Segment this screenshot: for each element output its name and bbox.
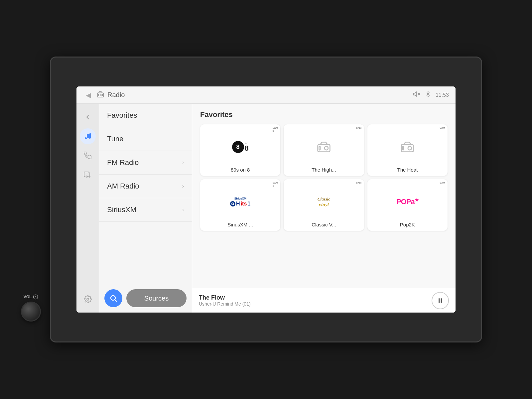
svg-point-11 — [111, 296, 115, 300]
svg-point-10 — [87, 298, 89, 300]
svg-point-1 — [101, 94, 103, 96]
svg-rect-21 — [439, 298, 440, 303]
fav-label-sirius: SiriusXM ... — [203, 222, 277, 227]
fav-badge-classic: SXM — [356, 181, 361, 184]
svg-point-6 — [85, 137, 87, 139]
menu-bottom: Sources — [99, 284, 192, 313]
menu-panel: Favorites Tune FM Radio › AM Radio › Sir… — [99, 104, 192, 313]
menu-item-tune[interactable]: Tune — [99, 127, 192, 151]
fm-radio-arrow: › — [182, 160, 184, 166]
mute-icon — [413, 90, 420, 99]
volume-knob[interactable] — [21, 302, 41, 322]
fav-card-80s[interactable]: SXM8 8 on 8 80s on 8 — [200, 124, 280, 176]
bluetooth-icon — [425, 90, 431, 99]
fav-badge-sirius: SXM1 — [272, 181, 278, 187]
fav-card-pop2k[interactable]: SXM POPa★ Pop2K — [367, 179, 448, 231]
now-playing-bar: The Flow Usher·U Remind Me (01) — [192, 288, 456, 313]
fav-logo-heat — [371, 127, 444, 167]
fav-label-classic: Classic V... — [287, 222, 360, 227]
car-frame: ◀ Radio — [50, 57, 482, 342]
back-button[interactable]: ◀ — [83, 88, 93, 102]
fav-card-classic[interactable]: SXM Classic vinyl Classic V... — [284, 179, 364, 231]
favorites-title: Favorites — [200, 110, 448, 119]
icon-sidebar — [76, 104, 99, 313]
nav-settings[interactable] — [80, 291, 96, 307]
now-playing-info: The Flow Usher·U Remind Me (01) — [199, 294, 426, 307]
fav-logo-80s: 8 on 8 — [203, 127, 277, 167]
fav-label-80s: 80s on 8 — [203, 167, 277, 173]
nav-phone[interactable] — [80, 148, 96, 164]
favorites-grid: SXM8 8 on 8 80s on 8 — [200, 124, 448, 231]
fav-logo-classic: Classic vinyl — [287, 182, 360, 222]
am-radio-arrow: › — [182, 183, 184, 189]
fav-card-high[interactable]: SXM The High... — [284, 124, 364, 176]
fav-label-heat: The Heat — [371, 167, 444, 173]
pause-button[interactable] — [432, 292, 449, 309]
content-panel: Favorites SXM8 8 on 8 — [192, 104, 456, 313]
main-content: Favorites Tune FM Radio › AM Radio › Sir… — [76, 104, 456, 313]
fav-badge-80s: SXM8 — [272, 126, 278, 132]
radio-icon — [97, 90, 104, 99]
search-button[interactable] — [104, 289, 122, 307]
fav-logo-sirius: SiriusXM H its 1 — [203, 182, 277, 222]
top-bar-right: 11:53 — [413, 90, 449, 99]
svg-point-8 — [86, 176, 87, 177]
fav-card-sirius[interactable]: SXM1 SiriusXM H its — [200, 179, 280, 231]
fav-label-pop2k: Pop2K — [371, 222, 444, 227]
fav-logo-high — [287, 127, 360, 167]
vol-label: VOL — [24, 295, 32, 299]
fav-card-heat[interactable]: SXM The Heat — [367, 124, 448, 176]
fav-badge-pop2k: SXM — [440, 181, 445, 184]
menu-item-am-radio[interactable]: AM Radio › — [99, 175, 192, 198]
svg-point-20 — [232, 203, 233, 204]
nav-car[interactable] — [80, 167, 96, 183]
fav-badge-heat: SXM — [440, 126, 445, 129]
fav-logo-pop2k: POPa★ — [371, 182, 444, 222]
svg-point-17 — [408, 146, 412, 150]
volume-knob-area: VOL — [21, 294, 41, 322]
top-bar: ◀ Radio — [76, 86, 456, 104]
menu-item-fm-radio[interactable]: FM Radio › — [99, 151, 192, 175]
now-playing-track: Usher·U Remind Me (01) — [199, 301, 426, 307]
page-title: Radio — [107, 91, 125, 99]
menu-item-favorites[interactable]: Favorites — [99, 104, 192, 127]
svg-point-7 — [89, 137, 91, 139]
sources-button[interactable]: Sources — [126, 289, 187, 307]
menu-item-siriusxm[interactable]: SiriusXM › — [99, 198, 192, 222]
nav-music[interactable] — [80, 128, 96, 144]
screen: ◀ Radio — [76, 86, 456, 313]
svg-rect-22 — [441, 298, 442, 303]
svg-rect-18 — [403, 146, 404, 150]
now-playing-station: The Flow — [199, 294, 426, 301]
nav-back[interactable] — [80, 109, 96, 125]
svg-rect-15 — [319, 146, 320, 150]
fav-label-high: The High... — [287, 167, 360, 173]
svg-line-12 — [115, 300, 117, 302]
svg-point-14 — [325, 146, 328, 150]
top-bar-left: ◀ Radio — [83, 88, 413, 102]
siriusxm-arrow: › — [182, 207, 184, 213]
favorites-section: Favorites SXM8 8 on 8 — [192, 104, 456, 288]
fav-badge-high: SXM — [356, 126, 361, 129]
clock-display: 11:53 — [436, 92, 449, 98]
